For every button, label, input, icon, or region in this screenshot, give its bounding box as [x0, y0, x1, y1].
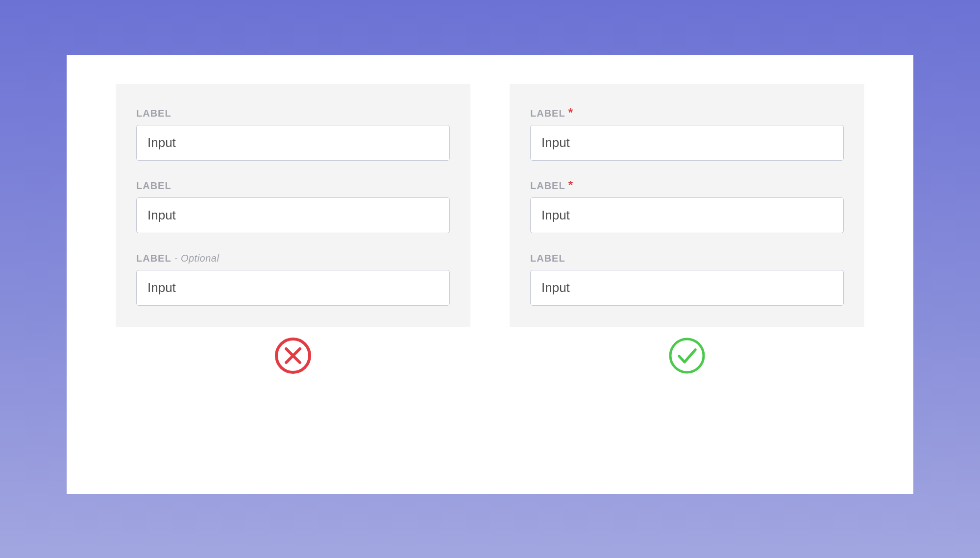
- field-label: LABEL - Optional: [136, 253, 450, 264]
- form-field: LABEL *: [530, 108, 844, 161]
- field-label: LABEL: [136, 108, 450, 119]
- required-star-icon: *: [568, 181, 573, 190]
- label-text: LABEL: [136, 253, 172, 264]
- field-label: LABEL: [530, 253, 844, 264]
- label-text: LABEL: [530, 108, 565, 119]
- text-input[interactable]: [136, 270, 450, 306]
- text-input[interactable]: [136, 197, 450, 233]
- good-form-panel: LABEL * LABEL * LABEL: [510, 84, 864, 327]
- status-icon-wrap: [510, 336, 864, 375]
- error-icon: [273, 336, 313, 375]
- label-text: LABEL: [530, 253, 565, 264]
- comparison-card: LABEL LABEL LABEL - Optional: [67, 55, 913, 494]
- good-example-column: LABEL * LABEL * LABEL: [510, 84, 864, 464]
- required-star-icon: *: [568, 109, 573, 117]
- label-text: LABEL: [136, 180, 172, 192]
- field-label: LABEL *: [530, 108, 844, 119]
- text-input[interactable]: [530, 197, 844, 233]
- form-field: LABEL: [136, 108, 450, 161]
- form-field: LABEL - Optional: [136, 253, 450, 306]
- text-input[interactable]: [530, 270, 844, 306]
- form-field: LABEL: [136, 180, 450, 233]
- text-input[interactable]: [530, 125, 844, 161]
- field-label: LABEL: [136, 180, 450, 192]
- form-field: LABEL: [530, 253, 844, 306]
- label-text: LABEL: [530, 180, 565, 192]
- success-icon: [667, 336, 707, 375]
- label-text: LABEL: [136, 108, 172, 119]
- status-icon-wrap: [116, 336, 470, 375]
- text-input[interactable]: [136, 125, 450, 161]
- bad-form-panel: LABEL LABEL LABEL - Optional: [116, 84, 470, 327]
- svg-point-3: [670, 339, 704, 372]
- optional-suffix: - Optional: [174, 253, 220, 264]
- field-label: LABEL *: [530, 180, 844, 192]
- form-field: LABEL *: [530, 180, 844, 233]
- bad-example-column: LABEL LABEL LABEL - Optional: [116, 84, 470, 464]
